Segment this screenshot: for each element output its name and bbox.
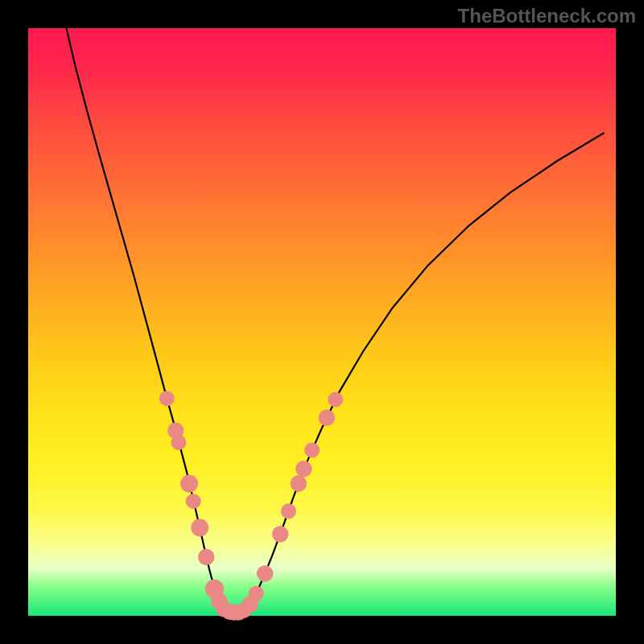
watermark: TheBottleneck.com (458, 5, 636, 27)
data-marker (159, 390, 175, 406)
data-marker (257, 565, 273, 581)
curve-layer (28, 28, 616, 616)
data-marker (295, 460, 312, 477)
data-marker (186, 493, 201, 509)
data-marker (171, 435, 186, 450)
data-marker (249, 586, 264, 601)
data-marker (291, 476, 307, 492)
data-marker (304, 443, 320, 458)
data-marker (272, 526, 288, 542)
data-marker (180, 475, 198, 493)
data-marker (319, 410, 335, 426)
data-marker (281, 504, 296, 519)
bottleneck-curve (66, 28, 604, 613)
data-markers (159, 390, 343, 620)
chart-container: TheBottleneck.com (0, 0, 644, 644)
data-marker (328, 392, 343, 407)
data-marker (191, 519, 208, 537)
data-marker (198, 549, 214, 565)
